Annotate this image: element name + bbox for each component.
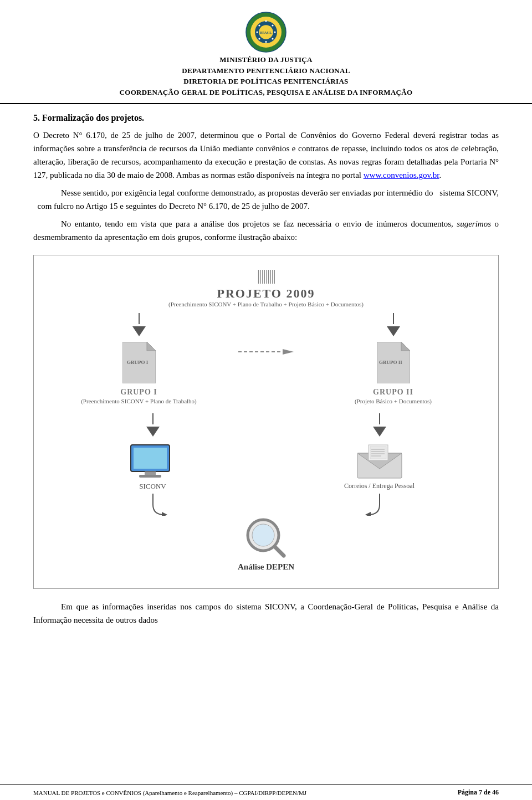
- svg-marker-19: [401, 342, 410, 351]
- svg-text:BRASIL: BRASIL: [260, 31, 272, 34]
- paragraph4: Em que as informações inseridas nos camp…: [33, 600, 499, 627]
- notebook-icon: |||||||||: [257, 266, 275, 284]
- svg-marker-34: [162, 512, 167, 516]
- group1-doc-icon: GRUPO I: [122, 342, 156, 386]
- main-content: 5. Formalização dos projetos. O Decreto …: [0, 113, 532, 784]
- svg-rect-22: [134, 448, 167, 469]
- paragraph2: Nesse sentido, por exigência legal confo…: [33, 186, 499, 213]
- analise-label: Análise DEPEN: [238, 562, 294, 572]
- svg-line-39: [275, 547, 284, 556]
- group2-doc-icon: GRUPO II: [377, 342, 410, 386]
- svg-point-38: [252, 524, 274, 546]
- arrow-down-correios: [373, 427, 386, 437]
- page-header: BRASIL MINISTÉRIO DA JUSTIÇA DEPARTAMENT…: [0, 0, 532, 104]
- project-subtitle: (Preenchimento SICONV + Plano de Trabalh…: [168, 301, 364, 307]
- diagram-box: ||||||||| PROJETO 2009 (Preenchimento SI…: [33, 255, 499, 589]
- svg-point-8: [274, 31, 275, 33]
- footer-left-text: MANUAL DE PROJETOS e CONVÊNIOS (Aparelha…: [33, 789, 306, 796]
- footer-right-text: Página 7 de 46: [458, 788, 499, 797]
- correios-col: Correios / Entrega Pessoal: [277, 413, 481, 490]
- siconv-col: SICONV: [50, 413, 254, 491]
- arrow-right-down: [357, 494, 402, 516]
- group1-sub: (Preenchimento SICONV + Plano de Trabalh…: [81, 398, 197, 404]
- analise-depen-section: Análise DEPEN: [39, 521, 493, 572]
- svg-rect-28: [370, 447, 386, 459]
- header-title: MINISTÉRIO DA JUSTIÇA DEPARTAMENTO PENIT…: [120, 54, 413, 98]
- svg-text:GRUPO I: GRUPO I: [127, 360, 149, 365]
- svg-rect-23: [145, 471, 156, 475]
- group2-col: GRUPO II GRUPO II (Projeto Básico + Docu…: [294, 313, 493, 409]
- magnifier-icon: [244, 516, 288, 560]
- arrow-down-right: [387, 326, 400, 336]
- group2-label: GRUPO II: [373, 388, 413, 397]
- group1-col: GRUPO I GRUPO I (Preenchimento SICONV + …: [39, 313, 238, 409]
- siconv-label: SICONV: [139, 482, 166, 491]
- svg-point-12: [265, 41, 267, 43]
- paragraph1: O Decreto N° 6.170, de 25 de julho de 20…: [33, 129, 499, 182]
- project-title: PROJETO 2009: [217, 286, 315, 301]
- page-footer: MANUAL DE PROJETOS e CONVÊNIOS (Aparelha…: [0, 784, 532, 800]
- svg-marker-17: [283, 349, 294, 355]
- svg-marker-14: [147, 342, 156, 351]
- svg-point-10: [272, 38, 273, 39]
- svg-rect-24: [139, 475, 161, 478]
- svg-marker-36: [365, 512, 371, 516]
- svg-point-6: [272, 24, 273, 26]
- svg-point-11: [258, 38, 260, 39]
- arrow-left-down: [131, 494, 175, 516]
- computer-icon: [128, 442, 178, 481]
- convenios-link[interactable]: www.convenios.gov.br: [364, 171, 439, 180]
- brazil-seal-icon: BRASIL: [244, 10, 288, 54]
- arrow-down-left: [132, 326, 146, 336]
- svg-point-7: [258, 24, 260, 26]
- dashed-arrow: [238, 313, 294, 357]
- correios-label: Correios / Entrega Pessoal: [344, 482, 415, 490]
- section-title: 5. Formalização dos projetos.: [33, 113, 499, 123]
- paragraph3: No entanto, tendo em vista que para a an…: [33, 217, 499, 244]
- svg-text:GRUPO II: GRUPO II: [379, 360, 402, 365]
- svg-point-5: [265, 20, 267, 22]
- envelope-icon: [355, 442, 405, 481]
- group2-sub: (Projeto Básico + Documentos): [355, 398, 432, 404]
- svg-point-9: [256, 31, 258, 33]
- group1-label: GRUPO I: [120, 388, 157, 397]
- projeto-top: ||||||||| PROJETO 2009 (Preenchimento SI…: [39, 266, 493, 307]
- arrow-down-siconv: [146, 427, 160, 437]
